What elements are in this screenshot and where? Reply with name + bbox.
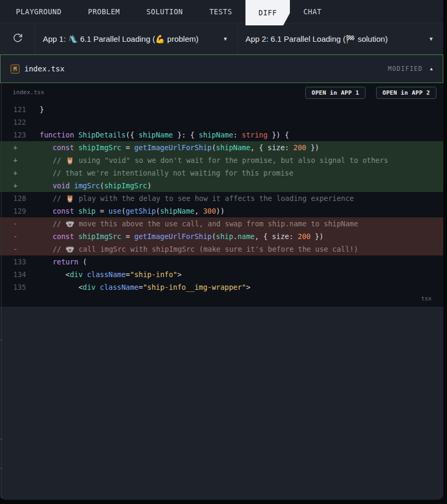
line-gutter: + xyxy=(0,154,28,167)
line-gutter: 129 xyxy=(0,205,28,217)
modified-file-badge-icon: M xyxy=(11,65,20,74)
line-gutter: 128 xyxy=(0,192,28,205)
line-code: void imgSrc(shipImgSrc) xyxy=(28,179,151,192)
line-gutter: - xyxy=(0,243,28,255)
divider-grip-mark xyxy=(0,340,3,340)
line-code: // 🐨 call imgSrc with shipImgSrc (make s… xyxy=(28,243,358,255)
line-code: const shipImgSrc = getImageUrlForShip(sh… xyxy=(28,230,324,243)
app1-select[interactable]: App 1: 🛝 6.1 Parallel Loading (💪 problem… xyxy=(35,23,238,54)
tab-playground[interactable]: PLAYGROUND xyxy=(3,0,75,23)
refresh-button[interactable] xyxy=(0,23,35,54)
line-code: // 🦉 play with the delay to see how it a… xyxy=(28,192,354,205)
line-gutter: + xyxy=(0,141,28,154)
divider-grip-mark xyxy=(0,497,3,498)
code-line: + void imgSrc(shipImgSrc) xyxy=(0,179,443,192)
line-gutter: 135 xyxy=(0,281,28,294)
line-code: // 🦉 using "void" so we don't wait for t… xyxy=(28,154,388,167)
code-line: 133 return ( xyxy=(0,255,443,268)
code-lines: 121}122123function ShipDetails({ shipNam… xyxy=(0,103,443,294)
line-code: function ShipDetails({ shipName }: { shi… xyxy=(28,129,289,141)
line-gutter: 122 xyxy=(0,116,28,129)
line-code: // 🐨 move this above the use call, and s… xyxy=(28,217,358,230)
code-line: 128 // 🦉 play with the delay to see how … xyxy=(0,192,443,205)
app2-select-label: App 2: 6.1 Parallel Loading (🏁 solution) xyxy=(245,34,388,44)
line-code: // that we're intentionally not waiting … xyxy=(28,167,294,179)
chevron-down-icon: ▼ xyxy=(223,36,228,42)
pane-divider[interactable] xyxy=(1,84,2,499)
line-code xyxy=(28,116,40,129)
app1-select-label: App 1: 🛝 6.1 Parallel Loading (💪 problem… xyxy=(43,34,198,44)
language-badge: tsx xyxy=(0,294,443,306)
line-gutter: + xyxy=(0,167,28,179)
code-line: - const shipImgSrc = getImageUrlForShip(… xyxy=(0,230,443,243)
open-buttons-group: OPEN in APP 1 OPEN in APP 2 xyxy=(305,87,436,99)
code-line: 134 <div className="ship-info"> xyxy=(0,268,443,281)
code-line: 135 <div className="ship-info__img-wrapp… xyxy=(0,281,443,294)
code-line: + // that we're intentionally not waitin… xyxy=(0,167,443,179)
diff-file-name: index.tsx xyxy=(24,65,65,73)
line-gutter: + xyxy=(0,179,28,192)
code-line: + const shipImgSrc = getImageUrlForShip(… xyxy=(0,141,443,154)
tab-solution[interactable]: SOLUTION xyxy=(133,0,196,23)
divider-grip-mark xyxy=(0,439,3,439)
line-gutter: 133 xyxy=(0,255,28,268)
collapse-up-icon: ▲ xyxy=(429,66,434,71)
line-gutter: 134 xyxy=(0,268,28,281)
diff-toolbar: App 1: 🛝 6.1 Parallel Loading (💪 problem… xyxy=(0,23,443,54)
chevron-down-icon: ▼ xyxy=(428,36,434,42)
line-gutter: - xyxy=(0,217,28,230)
code-line: + // 🦉 using "void" so we don't wait for… xyxy=(0,154,443,167)
code-line: 129 const ship = use(getShip(shipName, 3… xyxy=(0,205,443,217)
tab-problem[interactable]: PROBLEM xyxy=(75,0,133,23)
code-line: 121} xyxy=(0,103,443,116)
diff-file-status: MODIFIED xyxy=(388,65,423,72)
tab-tests[interactable]: TESTS xyxy=(196,0,245,23)
app2-select[interactable]: App 2: 6.1 Parallel Loading (🏁 solution)… xyxy=(238,23,443,54)
tab-chat[interactable]: CHAT xyxy=(290,0,335,23)
code-line: - // 🐨 move this above the use call, and… xyxy=(0,217,443,230)
main-tab-bar: PLAYGROUND PROBLEM SOLUTION TESTS DIFF C… xyxy=(0,0,443,23)
line-gutter: - xyxy=(0,230,28,243)
empty-panel-area xyxy=(0,307,443,499)
diff-code-panel: index.tsx OPEN in APP 1 OPEN in APP 2 12… xyxy=(0,83,443,307)
line-code: } xyxy=(28,103,44,116)
line-code: <div className="ship-info__img-wrapper"> xyxy=(28,281,250,294)
diff-file-accordion-header[interactable]: M index.tsx MODIFIED ▲ xyxy=(0,54,443,83)
line-gutter: 121 xyxy=(0,103,28,116)
code-line: 122 xyxy=(0,116,443,129)
code-filename-label: index.tsx xyxy=(13,89,44,96)
line-code: const shipImgSrc = getImageUrlForShip(sh… xyxy=(28,141,319,154)
workshop-app-window: PLAYGROUND PROBLEM SOLUTION TESTS DIFF C… xyxy=(0,0,443,500)
line-code: return ( xyxy=(28,255,87,268)
line-code: <div className="ship-info"> xyxy=(28,268,181,281)
refresh-icon xyxy=(13,33,23,45)
code-line: - // 🐨 call imgSrc with shipImgSrc (make… xyxy=(0,243,443,255)
code-meta-row: index.tsx OPEN in APP 1 OPEN in APP 2 xyxy=(0,83,443,103)
tab-diff[interactable]: DIFF xyxy=(245,0,290,25)
open-in-app2-button[interactable]: OPEN in APP 2 xyxy=(376,87,436,99)
open-in-app1-button[interactable]: OPEN in APP 1 xyxy=(305,87,366,99)
line-gutter: 123 xyxy=(0,129,28,141)
divider-grip-mark xyxy=(0,468,3,469)
line-code: const ship = use(getShip(shipName, 300)) xyxy=(28,205,225,217)
code-line: 123function ShipDetails({ shipName }: { … xyxy=(0,129,443,141)
